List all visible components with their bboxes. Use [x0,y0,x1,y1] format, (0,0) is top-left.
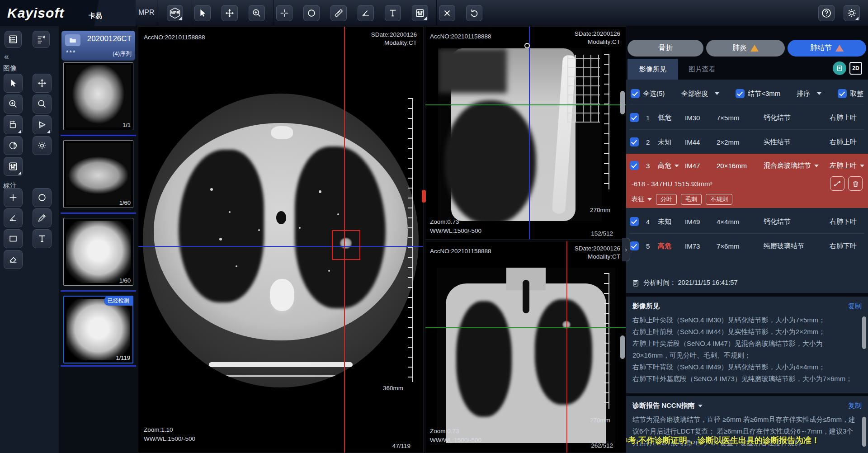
tab-pneumonia[interactable]: 肺炎 [706,40,785,57]
copy-report-link[interactable]: 复制 [848,401,862,410]
panel-collapse-handle[interactable]: › [622,238,630,261]
nodule-row-1[interactable]: 1 低危 IM30 7×5mm 钙化结节 右肺上叶 [626,108,868,127]
point-annotation-button[interactable] [4,188,23,207]
pencil-annotation-button[interactable] [33,208,52,227]
copy-findings-link[interactable]: 复制 [848,302,862,311]
pan-tool-button[interactable] [222,5,238,21]
checkbox-icon[interactable] [736,89,745,98]
contrast-icon [8,141,18,151]
thumb-separator [61,290,136,292]
help-button[interactable] [818,5,835,21]
sort-dropdown[interactable]: 排序 [797,90,821,98]
thumb-counter: 1/1 [123,122,131,128]
findings-scrollbar-thumb[interactable] [862,316,866,349]
eraser-button[interactable] [4,250,23,269]
select-tool-button[interactable] [4,74,23,93]
nodule-row-4[interactable]: 4 未知 IM49 4×4mm 钙化结节 右肺下叶 [626,212,868,231]
ruler-tool-button[interactable] [330,5,347,21]
text-annotation-button[interactable] [33,229,52,248]
series-header[interactable]: 20200126CT *** (4)序列 [61,31,135,61]
delete-nodule-button[interactable] [848,176,863,191]
thumbnail-series4-selected[interactable]: 已经检测 1/119 [63,296,133,363]
report-title[interactable]: 诊断报告 NCCN指南 [632,401,703,410]
crosshair-horizontal-green [425,104,626,105]
zoom-in-button[interactable] [4,94,23,113]
sagittal-viewport[interactable]: AccNO:202101158888 SDate:20200126 Modali… [425,26,626,240]
small-nodule-checkbox[interactable]: 结节<3mm [736,89,780,98]
ellipse-tool-button[interactable] [303,5,320,21]
coronal-viewport[interactable]: AccNO:202101158888 SDate:20200126 Modali… [425,241,626,453]
angle-annotation-button[interactable] [4,208,23,227]
clear-annotations-button[interactable] [439,5,455,21]
trait-row: 表征 分叶 毛刺 不规则 [626,191,868,205]
viewport-scrollbar-thumb[interactable] [620,91,625,114]
nodule-row-5[interactable]: 5 高危 IM73 7×6mm 纯磨玻璃结节 右肺下叶 [626,236,868,256]
mpr-mode-label: MPR [138,9,155,17]
settings-button[interactable] [844,5,860,21]
magnify-button[interactable] [33,94,52,113]
tab-image-view[interactable]: 图片查看 [681,59,723,80]
close-icon [442,8,452,18]
window-level-button[interactable] [412,5,428,21]
checkbox-icon[interactable] [630,137,639,146]
traits-dropdown[interactable]: 表征 [632,195,652,203]
crosshair-icon [8,193,18,203]
right-lung-field [456,301,511,417]
reset-rotate-button[interactable] [466,5,482,21]
rotate-image-button[interactable] [4,115,23,134]
tab-fracture[interactable]: 骨折 [627,40,703,57]
tab-lung-nodule[interactable]: 肺结节 [788,40,866,57]
axial-viewport[interactable]: AccNO:202101158888 SDate:20200126 Modali… [138,26,424,453]
toolbar-separator [192,0,192,26]
risk-dropdown[interactable]: 高危 [658,161,685,170]
checkbox-icon[interactable] [630,217,639,226]
brightness-button[interactable] [33,136,52,155]
nodule-row-3-selected[interactable]: 3 高危 IM47 20×16mm 混合磨玻璃结节 左肺上叶 -618 - 34… [626,154,868,208]
report-bubble-button[interactable] [833,61,846,75]
close-layout-button[interactable] [33,31,50,48]
viewport-scrollbar-thumb[interactable] [620,335,625,359]
thumbnail-scout[interactable]: 1/1 [63,62,133,130]
logo-swoosh [73,0,136,26]
trait-chip: 分叶 [656,194,677,205]
checkbox-icon[interactable] [838,89,847,98]
cursor-tool-button[interactable] [194,5,211,21]
pencil-icon [37,213,47,223]
zoom-tool-button[interactable] [249,5,265,21]
window-level: WW/WL:1500/-500 [430,227,481,234]
checkbox-icon[interactable] [630,113,639,122]
analysis-time: 分析时间： 2021/11/15 16:41:57 [643,278,738,287]
checkbox-icon[interactable] [630,161,639,170]
tab-image-findings[interactable]: 影像所见 [627,59,678,80]
nodule-roi-box[interactable] [332,230,360,260]
cine-play-button[interactable] [33,115,52,134]
pan-image-button[interactable] [33,74,52,93]
mpr-button[interactable]: MPR [167,5,183,21]
ellipse-icon [37,193,47,203]
trait-chip: 毛刺 [681,194,702,205]
slice-scrollbar-thumb-red[interactable] [422,190,426,203]
density-dropdown[interactable]: 全部密度 [681,90,719,98]
rectangle-icon [8,234,18,244]
rect-annotation-button[interactable] [4,229,23,248]
crosshair-tool-button[interactable] [276,5,292,21]
checkbox-icon[interactable] [630,241,639,250]
follow-up-button[interactable] [830,176,844,191]
collapse-sidebar-button[interactable]: « [4,52,9,61]
text-tool-button[interactable] [385,5,401,21]
2d-view-button[interactable]: 2D [849,62,862,75]
zoom-factor: Zoom:0.73 [430,428,459,434]
series-list-button[interactable] [5,31,22,48]
window-preset-button[interactable] [4,157,23,176]
checkbox-icon[interactable] [631,89,640,98]
ellipse-annotation-button[interactable] [33,188,52,207]
thumbnail-series2[interactable]: 1/60 [63,140,133,208]
angle-tool-button[interactable] [358,5,374,21]
round-checkbox[interactable]: 取整 [838,89,863,98]
thumbnail-series3[interactable]: 1/60 [63,218,133,286]
invert-contrast-button[interactable] [4,136,23,155]
lobe-dropdown[interactable]: 左肺上叶 [830,161,864,170]
select-all-checkbox[interactable]: 全选(5) [631,89,665,98]
type-dropdown[interactable]: 混合磨玻璃结节 [764,161,830,170]
nodule-row-2[interactable]: 2 未知 IM44 2×2mm 实性结节 右肺上叶 [626,132,868,152]
